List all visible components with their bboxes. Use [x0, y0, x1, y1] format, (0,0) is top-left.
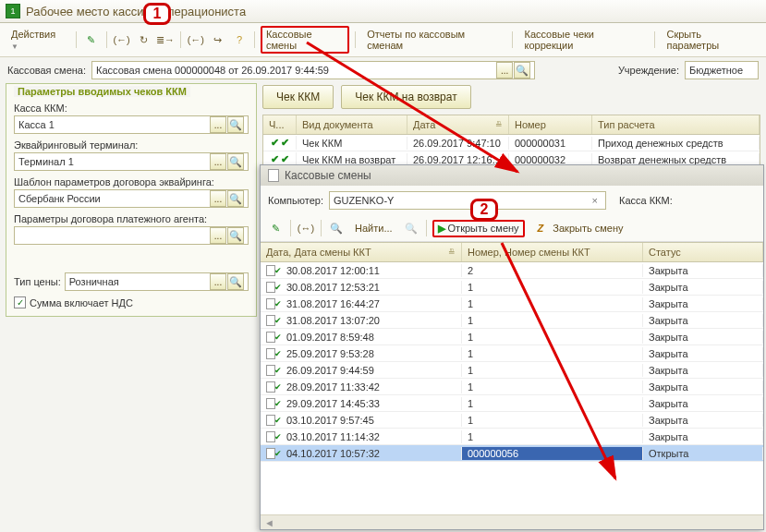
col-num[interactable]: Номер [509, 115, 592, 134]
play-icon: ▶ [438, 223, 445, 235]
price-ellipsis[interactable]: ... [210, 273, 226, 290]
cell-date: ✔31.08.2017 16:44:27 [261, 297, 462, 310]
col-type[interactable]: Тип расчета [592, 115, 760, 134]
kkm-ellipsis[interactable]: ... [210, 116, 226, 133]
close-shift-button[interactable]: Закрыть смену [547, 220, 628, 236]
agent-lookup[interactable]: 🔍 [227, 227, 244, 244]
sub-kkm-label: Касса ККМ: [619, 195, 673, 206]
cell-num: 1 [462, 347, 643, 360]
list-item[interactable]: ✔03.10.2017 11:14:321Закрыта [261, 429, 763, 445]
hide-params-link[interactable]: Скрыть параметры [661, 26, 760, 54]
cell-num: 1 [462, 381, 643, 393]
sub-clear-find-icon[interactable]: 🔍 [402, 219, 420, 237]
list-item[interactable]: ✔31.08.2017 16:44:271Закрыта [261, 296, 763, 312]
comp-label: Компьютер: [268, 195, 323, 206]
list-item[interactable]: ✔30.08.2017 12:53:211Закрыта [261, 279, 763, 296]
correction-checks-link[interactable]: Кассовые чеки коррекции [518, 26, 649, 54]
sg-col-status[interactable]: Статус [643, 243, 763, 261]
nav-icon-1[interactable]: (←) [113, 30, 131, 49]
list-item[interactable]: ✔26.09.2017 9:44:591Закрыта [261, 362, 763, 379]
list-item[interactable]: ✔30.08.2017 12:00:112Закрыта [261, 262, 763, 279]
sub-edit-icon[interactable]: ✎ [266, 219, 285, 237]
cell-num: 1 [462, 397, 643, 410]
help-icon[interactable]: ? [230, 30, 249, 49]
return-button[interactable]: Чек ККМ на возврат [341, 85, 470, 109]
lookup-button[interactable]: 🔍 [514, 62, 530, 79]
list-item[interactable]: ✔29.09.2017 14:45:331Закрыта [261, 395, 763, 412]
vat-label: Сумма включает НДС [30, 297, 133, 308]
tmpl-lookup[interactable]: 🔍 [227, 190, 244, 207]
shift-value[interactable]: Кассовая смена 000000048 от 26.09.2017 9… [96, 65, 329, 76]
list-item[interactable]: ✔03.10.2017 9:57:451Закрыта [261, 412, 763, 429]
app-icon: 1 [6, 4, 20, 18]
cell-date: ✔25.09.2017 9:53:28 [261, 347, 462, 360]
kkm-lookup[interactable]: 🔍 [227, 116, 244, 133]
list-item[interactable]: ✔31.08.2017 13:07:201Закрыта [261, 312, 763, 329]
doc-icon: ✔ [266, 448, 283, 459]
col-date[interactable]: Дата≞ [407, 115, 509, 134]
kkm-label: Касса ККМ: [14, 103, 249, 114]
term-ellipsis[interactable]: ... [210, 153, 226, 170]
tmpl-value[interactable]: Сбербанк России [18, 193, 101, 204]
col-doc[interactable]: Вид документа [297, 115, 407, 134]
nav-icon-2[interactable]: (←) [187, 30, 205, 49]
doc-icon: ✔ [266, 298, 283, 309]
sub-find-icon[interactable]: 🔍 [327, 219, 346, 237]
sub-nav-icon[interactable]: (↔) [297, 219, 315, 237]
sg-col-num[interactable]: Номер, Номер смены ККТ [462, 243, 643, 261]
open-shift-button[interactable]: ▶ Открыть смену [432, 220, 525, 237]
edit-icon[interactable]: ✎ [82, 30, 101, 49]
cell-num: 1 [462, 364, 643, 377]
list-item[interactable]: ✔04.10.2017 10:57:32000000056Открыта [261, 445, 763, 462]
vat-checkbox[interactable]: ✓ [14, 296, 26, 308]
price-label: Тип цены: [14, 276, 61, 287]
cell-date: ✔30.08.2017 12:53:21 [261, 281, 462, 294]
kkm-value[interactable]: Касса 1 [18, 119, 55, 130]
cell-num: 1 [462, 314, 643, 327]
doc-icon: ✔ [266, 415, 283, 426]
shifts-window: Кассовые смены Компьютер: GUZENKO-Y × Ка… [260, 164, 764, 530]
actions-menu[interactable]: Действия ▼ [6, 26, 70, 54]
shift-label: Кассовая смена: [7, 65, 86, 76]
term-lookup[interactable]: 🔍 [227, 153, 244, 170]
tmpl-ellipsis[interactable]: ... [210, 190, 226, 207]
scroll-strip[interactable]: ◄ [261, 514, 763, 529]
cell-date: ✔01.09.2017 8:59:48 [261, 331, 462, 344]
refresh-icon[interactable]: ↻ [134, 30, 152, 49]
price-lookup[interactable]: 🔍 [227, 273, 244, 290]
cell-type: Приход денежных средств [592, 137, 760, 150]
cell-status: Закрыта [643, 414, 763, 427]
arrow-icon[interactable]: ↪ [209, 30, 227, 49]
cell-date: 26.09.2017 9:47:10 [407, 137, 509, 150]
shifts-doc-icon [268, 169, 279, 182]
term-value[interactable]: Терминал 1 [18, 156, 74, 167]
doc-icon: ✔ [266, 332, 283, 343]
cash-shifts-link[interactable]: Кассовые смены [261, 26, 349, 54]
list-item[interactable]: ✔28.09.2017 11:33:421Закрыта [261, 379, 763, 395]
cell-status: Закрыта [643, 297, 763, 310]
cell-num: 1 [462, 297, 643, 310]
list-icon[interactable]: ≣→ [156, 30, 175, 49]
shift-reports-link[interactable]: Отчеты по кассовым сменам [361, 26, 506, 54]
cell-num: 000000056 [462, 447, 643, 460]
check-icon-2: ✔ [281, 137, 289, 149]
agent-ellipsis[interactable]: ... [210, 227, 226, 244]
callout-2: 2 [470, 199, 498, 221]
comp-clear[interactable]: × [589, 195, 602, 206]
check-button[interactable]: Чек ККМ [262, 85, 334, 109]
term-label: Эквайринговый терминал: [14, 139, 249, 151]
window-title: Рабочее место кассира-операциониста [26, 5, 246, 18]
list-item[interactable]: ✔01.09.2017 8:59:481Закрыта [261, 329, 763, 345]
ellipsis-button[interactable]: ... [496, 62, 513, 79]
list-item[interactable]: ✔25.09.2017 9:53:281Закрыта [261, 345, 763, 362]
find-button[interactable]: Найти... [349, 220, 398, 236]
table-row[interactable]: ✔✔Чек ККМ26.09.2017 9:47:10000000031Прих… [263, 135, 760, 151]
sg-col-date[interactable]: Дата, Дата смены ККТ≞ [261, 243, 462, 261]
close-shift-icon: Z [538, 223, 544, 234]
comp-value[interactable]: GUZENKO-Y [334, 195, 394, 206]
col-mark[interactable]: Ч... [263, 115, 297, 134]
price-value[interactable]: Розничная [69, 276, 119, 287]
org-value[interactable]: Бюджетное [689, 65, 743, 76]
agent-label: Параметры договора платежного агента: [14, 213, 249, 224]
shifts-title: Кассовые смены [285, 169, 371, 182]
